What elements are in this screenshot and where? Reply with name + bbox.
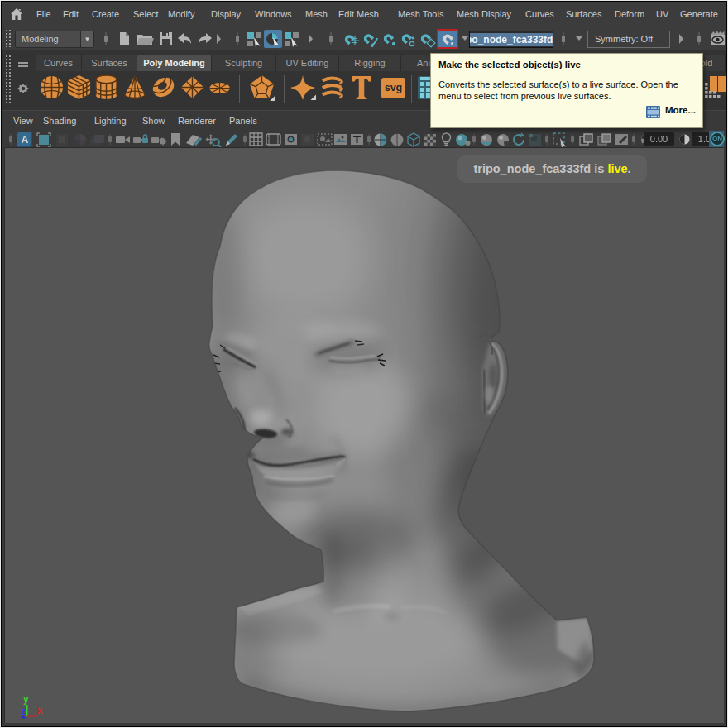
- svg-text:y: y: [23, 693, 29, 705]
- svg-text:x: x: [37, 705, 43, 716]
- svg-text:z: z: [21, 706, 26, 717]
